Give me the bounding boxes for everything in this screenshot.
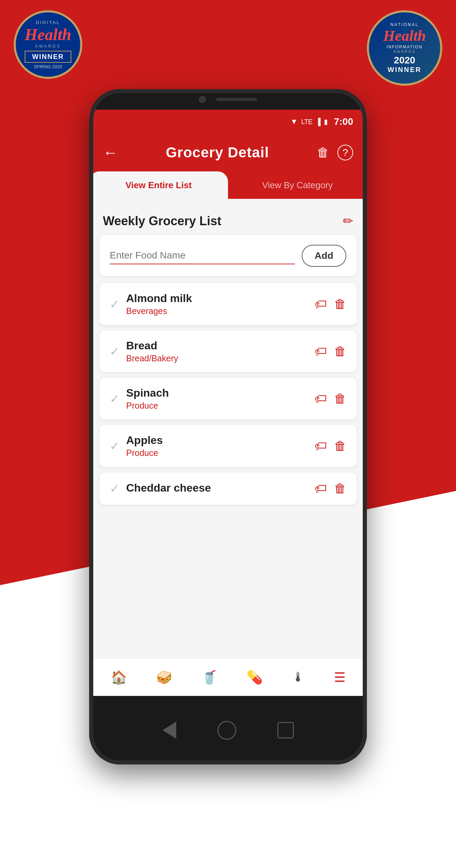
item-name: Cheddar cheese (126, 482, 308, 494)
item-category: Produce (126, 448, 308, 458)
medication-icon: 💊 (247, 670, 263, 685)
list-item: ✓ Apples Produce 🏷 🗑 (99, 425, 357, 467)
item-category: Produce (126, 401, 308, 411)
award-left: DIGITAL Health AWARDS WINNER SPRING 2020 (14, 10, 82, 79)
vitals-icon: 🌡 (292, 670, 305, 685)
android-nav (89, 696, 367, 764)
tab-bar: View Entire List View By Category (89, 171, 367, 199)
delete-item-icon[interactable]: 🗑 (334, 297, 346, 311)
award-right-year: 2020 (383, 55, 426, 66)
delete-item-icon[interactable]: 🗑 (334, 391, 346, 406)
list-item: ✓ Bread Bread/Bakery 🏷 🗑 (99, 330, 357, 372)
awards-container: DIGITAL Health AWARDS WINNER SPRING 2020… (0, 10, 456, 86)
item-category: Beverages (126, 306, 308, 316)
award-right-winner: WINNER (383, 66, 426, 74)
award-right-national: NATIONAL (383, 22, 426, 27)
tab-entire-label: View Entire List (125, 180, 192, 191)
award-left-spring: SPRING 2020 (25, 64, 71, 69)
item-actions: 🏷 🗑 (315, 481, 346, 496)
item-name: Bread (126, 339, 308, 352)
item-name: Spinach (126, 387, 308, 399)
lte-icon: LTE (301, 118, 312, 126)
check-icon[interactable]: ✓ (110, 392, 119, 406)
add-food-button[interactable]: Add (302, 245, 346, 267)
wifi-icon: ▼ (290, 117, 298, 126)
delete-item-icon[interactable]: 🗑 (334, 439, 346, 453)
tag-icon[interactable]: 🏷 (315, 481, 327, 496)
item-info: Apples Produce (126, 434, 308, 458)
item-info: Cheddar cheese (126, 482, 308, 496)
item-actions: 🏷 🗑 (315, 344, 346, 359)
screen-wrapper: ▼ LTE ▐ ▮ 7:00 ← Grocery Detail 🗑 ? (89, 110, 367, 696)
award-left-health: Health (25, 25, 71, 44)
item-name: Almond milk (126, 292, 308, 305)
battery-icon: ▮ (324, 118, 328, 126)
bottom-nav: 🏠 🥪 🥤 💊 🌡 ☰ (89, 658, 367, 696)
food-icon: 🥪 (156, 670, 172, 685)
android-back-button[interactable] (163, 722, 176, 739)
tag-icon[interactable]: 🏷 (315, 297, 327, 311)
add-food-card: Add (99, 235, 357, 276)
nav-item-medication[interactable]: 💊 (247, 670, 263, 685)
speaker (216, 98, 257, 101)
page-title: Grocery Detail (166, 144, 269, 161)
list-title: Weekly Grocery List (103, 214, 221, 228)
tab-view-by-category[interactable]: View By Category (228, 171, 367, 199)
delete-button[interactable]: 🗑 (317, 145, 329, 160)
camera (199, 96, 206, 103)
nav-item-food[interactable]: 🥪 (156, 670, 172, 685)
screen-inner: ▼ LTE ▐ ▮ 7:00 ← Grocery Detail 🗑 ? (89, 110, 367, 696)
award-right: NATIONAL Health INFORMATION AWARDS 2020 … (367, 10, 442, 86)
award-right-information: INFORMATION (383, 45, 426, 49)
check-icon[interactable]: ✓ (110, 439, 119, 453)
tab-category-label: View By Category (262, 180, 333, 191)
award-left-awards: AWARDS (25, 44, 71, 49)
nav-item-drink[interactable]: 🥤 (201, 670, 217, 685)
tag-icon[interactable]: 🏷 (315, 439, 327, 453)
main-content: Weekly Grocery List ✏ Add ✓ Almond milk … (89, 199, 367, 696)
award-right-awards: AWARDS (383, 49, 426, 53)
menu-icon: ☰ (334, 670, 346, 685)
android-recents-button[interactable] (277, 722, 294, 738)
nav-item-menu[interactable]: ☰ (334, 670, 346, 685)
item-actions: 🏷 🗑 (315, 439, 346, 453)
list-item: ✓ Cheddar cheese 🏷 🗑 (99, 472, 357, 505)
status-time: 7:00 (334, 116, 353, 127)
list-header: Weekly Grocery List ✏ (99, 206, 357, 235)
award-left-digital: DIGITAL (25, 20, 71, 25)
item-info: Spinach Produce (126, 387, 308, 411)
tag-icon[interactable]: 🏷 (315, 344, 327, 359)
edit-list-button[interactable]: ✏ (343, 214, 353, 228)
drink-icon: 🥤 (201, 670, 217, 685)
food-name-input[interactable] (110, 247, 295, 264)
check-icon[interactable]: ✓ (110, 345, 119, 358)
android-home-button[interactable] (217, 721, 236, 740)
help-button[interactable]: ? (337, 145, 353, 160)
item-category: Bread/Bakery (126, 353, 308, 363)
award-left-winner: WINNER (32, 53, 64, 60)
item-info: Almond milk Beverages (126, 292, 308, 316)
delete-item-icon[interactable]: 🗑 (334, 481, 346, 496)
tab-view-entire-list[interactable]: View Entire List (89, 171, 228, 199)
item-actions: 🏷 🗑 (315, 391, 346, 406)
list-item: ✓ Spinach Produce 🏷 🗑 (99, 378, 357, 420)
tag-icon[interactable]: 🏷 (315, 391, 327, 406)
list-item: ✓ Almond milk Beverages 🏷 🗑 (99, 283, 357, 325)
phone-top-area (89, 89, 367, 110)
status-icons: ▼ LTE ▐ ▮ 7:00 (290, 116, 353, 127)
home-icon: 🏠 (111, 670, 127, 685)
status-bar: ▼ LTE ▐ ▮ 7:00 (89, 110, 367, 134)
check-icon[interactable]: ✓ (110, 482, 119, 495)
top-nav: ← Grocery Detail 🗑 ? (89, 134, 367, 171)
check-icon[interactable]: ✓ (110, 297, 119, 311)
nav-item-home[interactable]: 🏠 (111, 670, 127, 685)
nav-right-icons: 🗑 ? (317, 145, 353, 160)
item-actions: 🏷 🗑 (315, 297, 346, 311)
nav-item-vitals[interactable]: 🌡 (292, 670, 305, 685)
delete-item-icon[interactable]: 🗑 (334, 344, 346, 359)
back-button[interactable]: ← (103, 144, 118, 161)
signal-icon: ▐ (316, 118, 321, 126)
award-right-health: Health (383, 27, 426, 45)
item-info: Bread Bread/Bakery (126, 339, 308, 363)
item-name: Apples (126, 434, 308, 447)
